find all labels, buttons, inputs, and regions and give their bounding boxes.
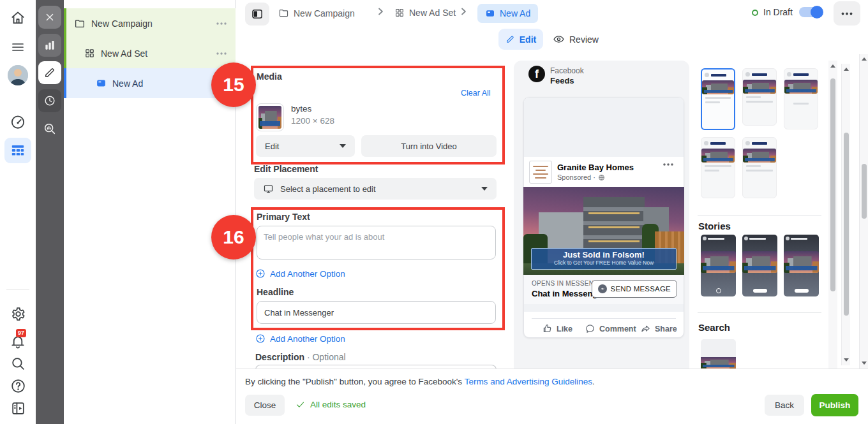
publish-disclaimer: By clicking the "Publish" button, you ag… <box>245 377 595 386</box>
headline-input[interactable] <box>257 301 496 324</box>
history-clock-icon[interactable] <box>38 89 61 112</box>
zoom-insights-icon[interactable] <box>38 117 61 140</box>
breadcrumb-ad[interactable]: New Ad <box>477 4 538 23</box>
tab-review[interactable]: Review <box>553 29 599 50</box>
like-icon <box>542 323 553 334</box>
feed-thumbnail[interactable] <box>784 68 818 129</box>
story-thumbnail[interactable] <box>701 235 736 296</box>
breadcrumb-adset[interactable]: New Ad Set <box>394 8 456 18</box>
turn-into-video-label: Turn into Video <box>401 142 456 151</box>
tab-edit[interactable]: Edit <box>498 29 543 50</box>
media-thumbnail[interactable] <box>256 103 284 131</box>
overlay-title: Just Sold in Folsom! <box>532 250 676 260</box>
notification-badge: 97 <box>16 329 26 337</box>
media-dimensions: 1200 × 628 <box>291 116 334 126</box>
media-edit-button[interactable]: Edit <box>256 135 355 157</box>
back-button[interactable]: Back <box>765 395 804 416</box>
add-option-label: Add Another Option <box>270 334 345 344</box>
notifications-bell-icon[interactable]: 97 <box>9 333 27 351</box>
like-action: Like <box>542 323 572 334</box>
description-label: Description · Optional <box>255 352 346 362</box>
tab-review-label: Review <box>569 34 599 45</box>
user-avatar[interactable] <box>8 65 28 85</box>
tree-row-adset[interactable]: New Ad Set <box>64 38 236 68</box>
app-window: 97 <box>0 0 868 424</box>
feed-thumbnail[interactable] <box>701 137 735 198</box>
chevron-down-icon <box>481 187 488 191</box>
story-thumbnail[interactable] <box>784 235 819 296</box>
publish-button-label: Publish <box>819 400 851 410</box>
scroll-down-arrow[interactable] <box>862 362 867 365</box>
ad-label: New Ad <box>112 78 143 89</box>
headline-label: Headline <box>257 287 294 297</box>
turn-into-video-button[interactable]: Turn into Video <box>361 135 497 157</box>
left-nav-rail: 97 <box>0 0 36 424</box>
share-icon <box>640 323 651 334</box>
search-icon[interactable] <box>9 355 27 372</box>
ad-doc-icon <box>96 78 107 89</box>
post-menu-icon <box>663 163 673 166</box>
story-thumbnail[interactable] <box>742 235 777 296</box>
panel-toggle-icon[interactable] <box>245 3 269 26</box>
send-message-button: SEND MESSAGE <box>592 280 677 298</box>
menu-icon[interactable] <box>9 38 27 56</box>
campaign-menu-icon[interactable] <box>216 22 227 25</box>
feed-thumbnail[interactable] <box>742 137 777 198</box>
edit-pencil-icon[interactable] <box>38 61 61 84</box>
scrollbar-thumb[interactable] <box>844 133 849 316</box>
facebook-feed-preview-card: Granite Bay Homes Sponsored · Just Sold … <box>523 97 684 338</box>
data-table-icon[interactable] <box>4 138 31 163</box>
scrollbar-thumb[interactable] <box>830 78 835 291</box>
draft-toggle[interactable] <box>799 7 822 17</box>
tab-edit-label: Edit <box>520 34 536 45</box>
settings-gear-icon[interactable] <box>9 305 27 323</box>
description-label-text: Description <box>255 352 304 362</box>
folder-icon <box>278 8 289 18</box>
globe-icon <box>598 174 605 181</box>
card-separator <box>524 304 684 312</box>
media-edit-label: Edit <box>265 142 279 151</box>
close-button-label: Close <box>254 400 276 410</box>
placement-thumbnails-panel: Stories Search <box>692 61 827 369</box>
analytics-chart-icon[interactable] <box>38 34 61 57</box>
media-section-title: Media <box>257 71 282 82</box>
speedometer-icon[interactable] <box>9 113 27 131</box>
placement-select[interactable]: Select a placement to edit <box>254 178 497 200</box>
adset-menu-icon[interactable] <box>216 52 227 55</box>
eye-icon <box>553 33 565 45</box>
close-button[interactable]: Close <box>245 395 285 416</box>
add-headline-option-link[interactable]: Add Another Option <box>255 333 345 344</box>
scroll-up-arrow[interactable] <box>862 57 867 61</box>
feed-thumbnail-selected[interactable] <box>701 68 735 130</box>
adset-grid-icon <box>394 8 405 18</box>
tree-row-ad[interactable]: New Ad <box>64 68 236 98</box>
adset-grid-icon <box>84 48 95 59</box>
collapse-panel-icon[interactable] <box>9 399 27 417</box>
publish-button[interactable]: Publish <box>811 394 858 416</box>
breadcrumb-campaign[interactable]: New Campaign <box>278 8 355 18</box>
scrollbar-thumb[interactable] <box>862 164 867 219</box>
help-icon[interactable] <box>9 377 27 395</box>
search-thumbnail[interactable] <box>701 339 736 369</box>
terms-link[interactable]: Terms and Advertising Guidelines <box>465 377 592 386</box>
home-icon[interactable] <box>9 9 27 27</box>
more-options-icon[interactable] <box>834 1 860 26</box>
share-label: Share <box>655 325 677 333</box>
breadcrumb-adset-label: New Ad Set <box>409 8 456 18</box>
draft-status-icon <box>752 10 758 16</box>
add-primary-text-option-link[interactable]: Add Another Option <box>255 268 345 279</box>
folder-icon <box>74 18 86 29</box>
adset-status-bar <box>64 38 66 68</box>
close-icon[interactable] <box>38 6 61 29</box>
section-divider <box>698 312 821 313</box>
tree-row-campaign[interactable]: New Campaign <box>64 8 236 38</box>
feed-thumbnail[interactable] <box>742 68 777 126</box>
campaign-tree-panel: New Campaign New Ad Set New Ad <box>64 0 236 424</box>
primary-text-input[interactable] <box>257 226 496 260</box>
scroll-up-arrow[interactable] <box>844 68 849 71</box>
scroll-down-arrow[interactable] <box>844 358 849 362</box>
scroll-up-arrow[interactable] <box>830 64 835 68</box>
clear-all-link[interactable]: Clear All <box>461 89 491 98</box>
page-logo <box>529 161 552 184</box>
content-scrollbar <box>841 64 850 365</box>
